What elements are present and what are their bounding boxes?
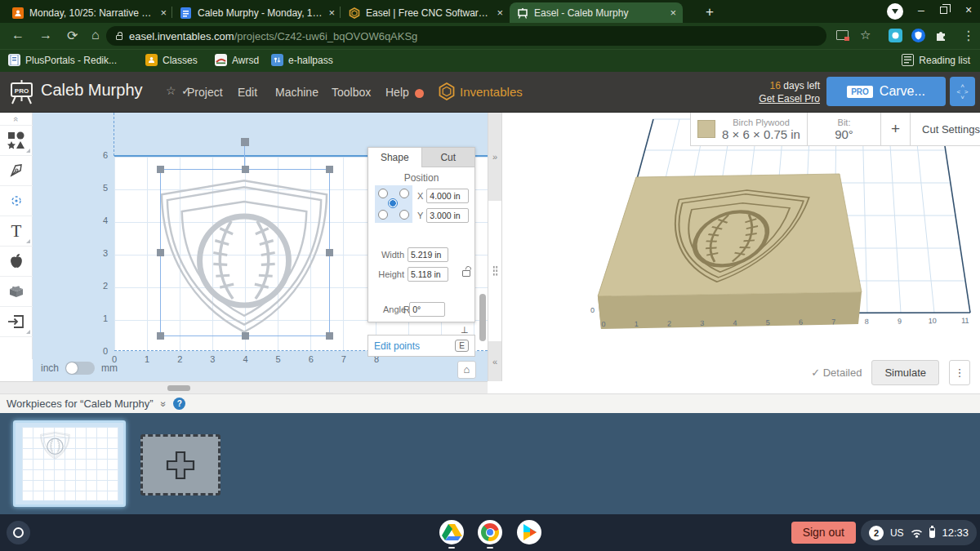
collapse-toolbar-button[interactable]: « — [0, 113, 33, 126]
workpieces-help-icon[interactable]: ? — [173, 398, 185, 410]
close-icon[interactable]: × — [670, 7, 676, 19]
address-bar[interactable]: easel.inventables.com/projects/Cz42-uw6i… — [106, 26, 826, 46]
bookmark-awrsd[interactable]: Awrsd — [215, 54, 259, 66]
inventables-brand[interactable]: Inventables — [439, 82, 523, 100]
close-window-button[interactable]: × — [960, 3, 977, 16]
resize-handle-s[interactable] — [242, 332, 249, 340]
bookmark-star-icon[interactable]: ☆ — [860, 28, 871, 42]
play-store-icon[interactable] — [517, 520, 541, 544]
tab-easel-project-active[interactable]: Easel - Caleb Murphy × — [510, 2, 683, 23]
project-title[interactable]: Caleb Murphy — [41, 81, 143, 100]
drill-point-tool[interactable] — [0, 186, 33, 216]
bookmark-ehallpass[interactable]: e-hallpass — [271, 54, 333, 66]
angle-input[interactable]: 0° — [409, 302, 445, 317]
material-button[interactable]: Birch Plywood 8 × 6 × 0.75 in — [691, 113, 807, 145]
resize-handle-w[interactable] — [157, 249, 164, 256]
bookmark-classes[interactable]: Classes — [145, 54, 198, 66]
status-tray[interactable]: 2 US 12:33 — [861, 520, 977, 545]
add-workpiece-button[interactable] — [140, 434, 220, 495]
tab-classroom-assignment[interactable]: Monday, 10/25: Narrative Poem × — [5, 2, 173, 23]
width-input[interactable]: 5.219 in — [408, 247, 448, 262]
bookmark-plusportals[interactable]: PlusPortals - Redik... — [8, 54, 117, 66]
chrome-icon[interactable] — [478, 520, 502, 544]
scrollbar-thumb[interactable] — [167, 385, 190, 391]
shapes-tool[interactable] — [0, 126, 33, 156]
tab-shape[interactable]: Shape — [368, 148, 421, 167]
google-drive-icon[interactable] — [439, 520, 464, 544]
preview-menu-button[interactable]: ⋮ — [949, 360, 970, 385]
virtual-keyboard-icon[interactable] — [887, 3, 903, 20]
text-tool[interactable]: T — [0, 216, 33, 247]
anchor-tr[interactable] — [399, 189, 409, 198]
canvas-horizontal-scrollbar[interactable] — [0, 381, 488, 393]
position-anchor-grid[interactable] — [375, 185, 412, 223]
resize-handle-e[interactable] — [326, 249, 333, 256]
machine-jog-button[interactable]: ˄˂ ˃˅ — [950, 77, 975, 106]
anchor-tl[interactable] — [378, 189, 388, 198]
y-position-input[interactable]: 3.000 in — [426, 208, 469, 223]
expand-left-button[interactable]: « — [488, 341, 501, 381]
height-input[interactable]: 5.118 in — [408, 267, 448, 282]
back-icon[interactable]: ← — [11, 28, 24, 42]
reading-list-button[interactable]: Reading list — [902, 54, 970, 66]
close-icon[interactable]: × — [160, 7, 167, 19]
anchor-center-selected[interactable] — [388, 198, 398, 208]
resize-handle-se[interactable] — [326, 332, 333, 340]
expand-right-button[interactable]: » — [488, 113, 501, 201]
simulate-button[interactable]: Simulate — [871, 360, 939, 385]
tab-google-doc[interactable]: Caleb Murphy - Monday, 10/25: × — [173, 2, 341, 23]
x-position-input[interactable]: 4.000 in — [426, 189, 469, 203]
launcher-button[interactable] — [7, 521, 30, 544]
cut-settings-button[interactable]: Cut Settings — [910, 113, 980, 145]
resize-handle-nw[interactable] — [157, 166, 164, 173]
sign-out-button[interactable]: Sign out — [791, 522, 856, 544]
new-tab-button[interactable]: + — [701, 3, 719, 21]
tab-cut[interactable]: Cut — [421, 148, 475, 167]
lego-import-tool[interactable] — [0, 277, 33, 307]
canvas-home-button[interactable]: ⌂ — [457, 361, 476, 379]
menu-edit[interactable]: Edit — [238, 86, 257, 99]
browser-menu-icon[interactable]: ⋮ — [962, 28, 975, 43]
minimize-button[interactable]: – — [913, 3, 929, 16]
resize-handle-ne[interactable] — [326, 166, 333, 173]
add-bit-button[interactable]: + — [880, 113, 910, 145]
unit-toggle[interactable] — [65, 362, 95, 375]
menu-machine[interactable]: Machine — [275, 86, 318, 99]
bit-button[interactable]: Bit: 90° — [807, 113, 880, 145]
design-canvas[interactable]: 6543210 012345678 Shape Cut Position — [33, 113, 488, 381]
close-icon[interactable]: × — [328, 7, 335, 19]
selection-box[interactable] — [160, 169, 330, 336]
anchor-bl[interactable] — [378, 210, 388, 220]
resize-handle-n[interactable] — [242, 166, 249, 173]
extensions-puzzle-icon[interactable] — [934, 29, 948, 42]
get-easel-pro-link[interactable]: Get Easel Pro — [759, 93, 820, 104]
menu-help[interactable]: Help — [385, 86, 409, 99]
aspect-lock-icon[interactable] — [462, 270, 470, 277]
preview-3d-panel[interactable]: 0 01234567891011 Birch Plywood 8 × 6 × 0… — [502, 113, 980, 393]
divider-grip[interactable] — [488, 201, 501, 341]
menu-project[interactable]: Project — [187, 86, 223, 99]
anchor-br[interactable] — [399, 210, 409, 220]
edit-points-link[interactable]: Edit points — [374, 340, 420, 352]
extension-icon-1[interactable] — [889, 29, 902, 42]
rotation-handle[interactable] — [241, 138, 249, 146]
carve-button[interactable]: PRO Carve... — [826, 77, 946, 106]
restore-button[interactable] — [940, 7, 947, 14]
menu-toolbox[interactable]: Toolbox — [332, 86, 371, 99]
media-control-icon[interactable] — [836, 30, 849, 40]
collapse-workpieces-icon[interactable]: » — [158, 401, 169, 407]
apps-apple-tool[interactable] — [0, 247, 33, 277]
forward-icon[interactable]: → — [39, 28, 52, 42]
tab-easel-site[interactable]: Easel | Free CNC Software | Inve × — [341, 2, 510, 23]
favorite-star-icon[interactable]: ☆ — [166, 84, 176, 97]
import-tool[interactable] — [0, 307, 33, 337]
resize-handle-sw[interactable] — [157, 332, 164, 340]
panel-divider[interactable]: » « — [488, 113, 502, 381]
pen-tool[interactable] — [0, 156, 33, 186]
reload-icon[interactable]: ⟳ — [67, 28, 78, 43]
easel-pro-logo[interactable]: PRO — [8, 79, 36, 109]
workpiece-thumbnail-selected[interactable] — [13, 420, 126, 507]
home-icon[interactable]: ⌂ — [91, 28, 100, 42]
extension-shield-icon[interactable] — [911, 29, 925, 42]
close-icon[interactable]: × — [497, 7, 503, 19]
